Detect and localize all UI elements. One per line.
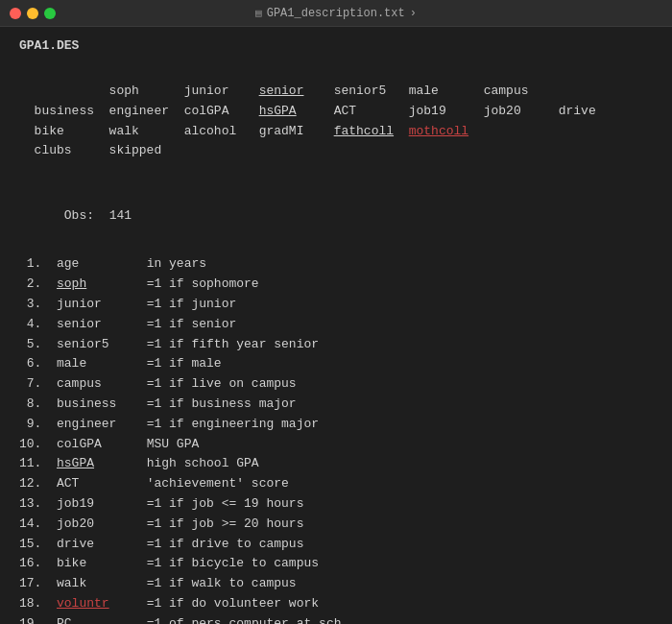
var-row: 19. PC =1 of pers computer at sch [19,614,653,624]
obs-line: Obs: 141 [19,187,653,245]
var-row: 13. job19 =1 if job <= 19 hours [19,494,653,515]
header-row4: clubs skipped [19,143,161,157]
var-row: 9. engineer =1 if engineering major [19,415,653,435]
var-row: 11. hsGPA high school GPA [19,454,653,474]
chevron-icon: › [410,7,417,20]
var-row: 4. senior =1 if senior [19,315,653,335]
var-row: 12. ACT 'achievement' score [19,474,653,494]
traffic-lights [10,8,56,19]
minimize-button[interactable] [27,8,38,19]
header-section: soph junior senior senior5 male campus b… [19,61,653,181]
title-bar: ▤ GPA1_description.txt › [0,0,672,27]
window-title: ▤ GPA1_description.txt › [255,7,417,20]
close-button[interactable] [10,8,21,19]
file-title: GPA1.DES [19,36,653,56]
var-row: 16. bike =1 if bicycle to campus [19,554,653,574]
maximize-button[interactable] [44,8,56,19]
var-row: 5. senior5 =1 if fifth year senior [19,335,653,355]
header-row2: business engineer colGPA hsGPA ACT job19… [19,104,596,118]
var-row: 7. campus =1 if live on campus [19,374,653,395]
var-row: 14. job20 =1 if job >= 20 hours [19,515,653,535]
variable-list: 1. age in years 2. soph =1 if sophomore … [19,254,653,624]
var-row: 3. junior =1 if junior [19,295,653,315]
header-row1: soph junior senior senior5 male campus [19,84,529,98]
var-row: 18. voluntr =1 if do volunteer work [19,594,653,614]
var-row: 15. drive =1 if drive to campus [19,535,653,555]
var-row: 2. soph =1 if sophomore [19,275,653,295]
var-row: 6. male =1 if male [19,354,653,374]
var-row: 1. age in years [19,254,653,275]
file-content: GPA1.DES soph junior senior senior5 male… [0,27,672,624]
var-row: 10. colGPA MSU GPA [19,435,653,455]
file-icon: ▤ [255,7,262,19]
title-text: GPA1_description.txt [267,7,405,20]
var-row: 17. walk =1 if walk to campus [19,574,653,594]
header-row3: bike walk alcohol gradMI fathcoll mothco… [19,124,468,138]
var-row: 8. business =1 if business major [19,395,653,415]
